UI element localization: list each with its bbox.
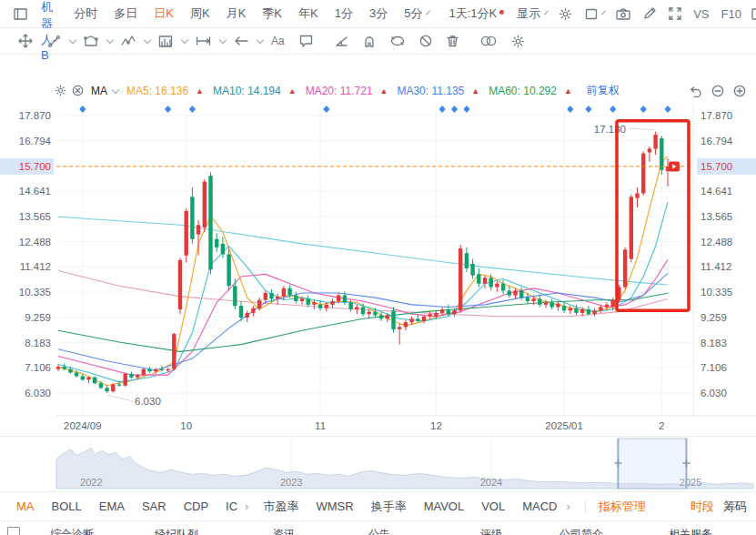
f10-button[interactable]: F10 <box>721 7 741 21</box>
period-tab-weekly-k[interactable]: 周K <box>190 5 210 22</box>
bottom-tab-related[interactable]: 相关服务 <box>669 527 712 535</box>
period-tab-duori[interactable]: 多日 <box>114 5 137 22</box>
composite-period-selector[interactable]: 1天:1分K <box>449 5 497 22</box>
zoom-out-icon[interactable] <box>711 85 724 97</box>
svg-text:7.106: 7.106 <box>701 362 727 373</box>
chip-distribution-tab[interactable]: 筹码 <box>723 499 747 515</box>
chevron-down-icon[interactable] <box>601 11 606 15</box>
navigator-selection <box>618 439 686 489</box>
chevron-down-icon[interactable] <box>69 36 76 44</box>
hide-drawings-icon[interactable] <box>419 35 432 47</box>
bottom-tab-diagnosis[interactable]: 综合诊断 <box>50 527 94 535</box>
bottom-tab-ratings[interactable]: 评级 <box>480 527 502 535</box>
comment-tool-icon[interactable] <box>299 35 313 47</box>
vs-compare-button[interactable]: VS <box>693 7 709 21</box>
svg-text:12: 12 <box>430 420 442 431</box>
svg-text:11.412: 11.412 <box>20 261 51 272</box>
layout-panel-icon[interactable] <box>14 8 27 20</box>
right-panel-icon[interactable] <box>751 8 756 20</box>
period-tab-daily-k[interactable]: 日K <box>154 5 174 22</box>
period-tab-3min[interactable]: 3分 <box>369 5 388 22</box>
period-tab-fenshi[interactable]: 分时 <box>74 5 97 22</box>
navigator-range-selector[interactable]: 2022202320242025 <box>0 437 756 491</box>
close-indicator-icon[interactable] <box>72 85 84 96</box>
delete-drawings-icon[interactable] <box>447 35 459 47</box>
indicator-tab-ema[interactable]: EMA <box>99 500 125 513</box>
chevron-down-icon[interactable] <box>144 36 151 44</box>
bottom-tab-announcements[interactable]: 公告 <box>368 527 390 535</box>
fullscreen-icon[interactable] <box>669 7 681 20</box>
period-tab-yearly-k[interactable]: 年K <box>298 5 318 22</box>
bottom-tab-news[interactable]: 资讯 <box>273 527 295 535</box>
chevron-down-icon[interactable] <box>219 36 227 44</box>
svg-text:2023: 2023 <box>280 477 302 488</box>
sub-indicator-tab-macd[interactable]: MACD <box>522 500 557 513</box>
drawbar-settings-gear-icon[interactable] <box>511 35 525 48</box>
text-tool-icon[interactable]: Aa <box>271 35 285 47</box>
chevron-down-icon[interactable] <box>181 36 188 44</box>
camera-icon[interactable] <box>616 8 630 20</box>
chevron-down-icon[interactable] <box>112 86 119 93</box>
session-tab[interactable]: 时段 <box>690 499 714 515</box>
arrow-tool-icon[interactable] <box>234 35 248 46</box>
chevron-down-icon[interactable] <box>257 36 264 44</box>
link-charts-icon[interactable] <box>480 35 497 46</box>
indicator-manage-button[interactable]: 指标管理 <box>599 499 646 515</box>
chevron-right-icon[interactable]: › <box>245 500 248 513</box>
replay-tool-icon[interactable] <box>390 35 405 47</box>
period-tab-5min[interactable]: 5分 <box>404 5 422 22</box>
move-cross-icon[interactable] <box>18 34 33 48</box>
indicator-tab-sar[interactable]: SAR <box>142 500 166 513</box>
period-tab-1min[interactable]: 1分 <box>335 5 353 22</box>
ma60-legend: MA60: 10.292 <box>489 85 557 97</box>
svg-text:15.700: 15.700 <box>701 161 732 172</box>
sub-indicator-tab-vol[interactable]: VOL <box>481 500 505 513</box>
checkbox-icon[interactable] <box>7 527 20 535</box>
adjust-mode-label[interactable]: 前复权 <box>587 83 620 98</box>
svg-text:7.106: 7.106 <box>25 362 51 373</box>
top-toolbar: 微创机器人-B 分时 多日 日K 周K 月K 季K 年K 1分 3分 5分 1天… <box>0 0 756 28</box>
ma-group-label[interactable]: MA <box>91 85 107 97</box>
chevron-down-icon[interactable] <box>106 36 114 44</box>
sub-indicator-tab-mavol[interactable]: MAVOL <box>424 500 465 513</box>
period-tab-quarterly-k[interactable]: 季K <box>262 5 282 22</box>
sub-indicator-tab-pe[interactable]: 市盈率 <box>263 499 298 515</box>
bottom-tab-broker-queue[interactable]: 经纪队列 <box>155 527 198 535</box>
indicator-tab-ma[interactable]: MA <box>16 500 35 513</box>
draw-pencil-icon[interactable] <box>643 7 656 20</box>
chevron-right-icon[interactable]: › <box>566 500 570 513</box>
stock-name[interactable]: 微创机器人-B <box>41 0 56 62</box>
wave-tool-icon[interactable] <box>121 35 136 48</box>
sub-indicator-tab-wmsr[interactable]: WMSR <box>316 500 353 513</box>
svg-text:16.794: 16.794 <box>19 136 52 146</box>
chart-style-icon[interactable] <box>585 8 598 20</box>
settings-gear-icon[interactable] <box>559 7 572 21</box>
period-tab-monthly-k[interactable]: 月K <box>227 5 247 22</box>
measure-tool-icon[interactable] <box>196 35 211 47</box>
indicator-settings-gear-icon[interactable] <box>55 85 66 96</box>
up-triangle-icon: ▲ <box>288 86 297 96</box>
pattern-tool-icon[interactable] <box>158 35 173 48</box>
shape-tool-icon[interactable] <box>84 35 98 48</box>
angle-tool-icon[interactable] <box>335 35 348 47</box>
svg-text:2022: 2022 <box>80 477 102 488</box>
svg-text:9.259: 9.259 <box>25 312 51 323</box>
indicator-tab-cdp[interactable]: CDP <box>184 500 208 513</box>
sub-indicator-tab-turnover[interactable]: 换手率 <box>371 499 407 515</box>
display-menu[interactable]: 显示 <box>517 5 540 22</box>
candlestick-chart[interactable]: 17.1806.03017.87017.87016.79416.79415.70… <box>0 55 756 437</box>
indicator-tab-ic[interactable]: IC <box>226 500 237 513</box>
undo-icon[interactable] <box>689 85 702 97</box>
svg-text:6.030: 6.030 <box>135 396 161 407</box>
bottom-tab-company-profile[interactable]: 公司简介 <box>559 527 603 535</box>
chevron-down-icon[interactable] <box>544 11 549 15</box>
svg-text:9.259: 9.259 <box>701 312 727 323</box>
indicator-bar-divider <box>585 500 586 513</box>
chevron-down-icon[interactable] <box>426 11 430 15</box>
ma30-legend: MA30: 11.135 <box>397 85 464 97</box>
timeline-navigator: 2022202320242025 <box>0 437 756 491</box>
magnet-tool-icon[interactable] <box>363 35 376 47</box>
indicator-tab-boll[interactable]: BOLL <box>52 500 82 513</box>
zoom-in-icon[interactable] <box>733 85 746 97</box>
ma5-legend: MA5: 16.136 <box>126 85 188 97</box>
